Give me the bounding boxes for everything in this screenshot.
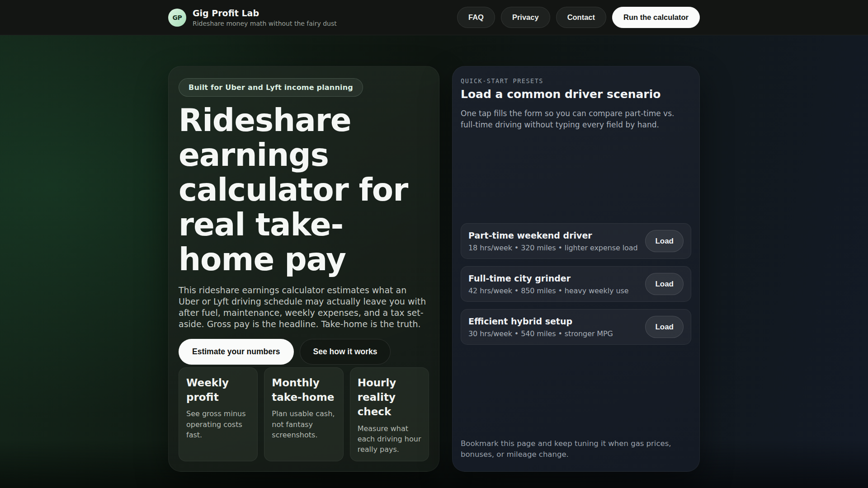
presets-card: QUICK-START PRESETS Load a common driver… [452, 66, 700, 472]
feature-monthly-take-home: Monthly take-home Plan usable cash, not … [264, 367, 343, 461]
preset-meta: 30 hrs/week • 540 miles • stronger MPG [468, 329, 613, 338]
preset-text: Part-time weekend driver 18 hrs/week • 3… [468, 230, 637, 252]
brand-tagline: Rideshare money math without the fairy d… [193, 20, 337, 27]
estimate-numbers-button[interactable]: Estimate your numbers [179, 339, 294, 365]
load-preset-button[interactable]: Load [645, 230, 684, 252]
feature-title: Monthly take-home [272, 375, 335, 404]
preset-meta: 42 hrs/week • 850 miles • heavy weekly u… [468, 286, 628, 295]
presets-description: One tap fills the form so you can compar… [461, 108, 678, 130]
load-preset-button[interactable]: Load [645, 273, 684, 295]
brand-name: Gig Profit Lab [193, 8, 337, 18]
feature-title: Weekly profit [186, 375, 250, 404]
preset-efficient-hybrid: Efficient hybrid setup 30 hrs/week • 540… [461, 309, 691, 345]
nav-contact-button[interactable]: Contact [556, 7, 606, 28]
feature-description: See gross minus operating costs fast. [186, 408, 250, 440]
preset-text: Efficient hybrid setup 30 hrs/week • 540… [468, 316, 613, 338]
feature-weekly-profit: Weekly profit See gross minus operating … [179, 367, 258, 461]
brand-text: Gig Profit Lab Rideshare money math with… [193, 8, 337, 27]
preset-title: Part-time weekend driver [468, 230, 637, 240]
nav-faq-button[interactable]: FAQ [457, 7, 495, 28]
main-content: Built for Uber and Lyft income planning … [0, 35, 868, 472]
preset-list: Part-time weekend driver 18 hrs/week • 3… [461, 223, 691, 345]
brand-avatar: GP [168, 9, 186, 27]
main-nav: FAQ Privacy Contact Run the calculator [457, 7, 700, 28]
preset-meta: 18 hrs/week • 320 miles • lighter expens… [468, 244, 637, 252]
preset-text: Full-time city grinder 42 hrs/week • 850… [468, 273, 628, 295]
feature-description: Plan usable cash, not fantasy screenshot… [272, 408, 335, 440]
run-calculator-button[interactable]: Run the calculator [612, 7, 700, 28]
preset-title: Efficient hybrid setup [468, 316, 613, 326]
feature-cards: Weekly profit See gross minus operating … [179, 367, 429, 461]
load-preset-button[interactable]: Load [645, 316, 684, 338]
brand: GP Gig Profit Lab Rideshare money math w… [168, 8, 337, 27]
feature-hourly-reality-check: Hourly reality check Measure what each d… [350, 367, 429, 461]
preset-part-time-weekend: Part-time weekend driver 18 hrs/week • 3… [461, 223, 691, 259]
see-how-it-works-button[interactable]: See how it works [300, 339, 391, 365]
presets-eyebrow: QUICK-START PRESETS [461, 77, 691, 84]
hero-description: This rideshare earnings calculator estim… [179, 285, 429, 330]
page-title: Rideshare earnings calculator for real t… [179, 103, 429, 277]
preset-title: Full-time city grinder [468, 273, 628, 283]
presets-title: Load a common driver scenario [461, 88, 691, 101]
hero-badge: Built for Uber and Lyft income planning [179, 78, 363, 97]
feature-description: Measure what each driving hour really pa… [358, 423, 421, 455]
preset-full-time-city: Full-time city grinder 42 hrs/week • 850… [461, 266, 691, 302]
top-header: GP Gig Profit Lab Rideshare money math w… [0, 0, 868, 35]
feature-title: Hourly reality check [358, 375, 421, 419]
nav-privacy-button[interactable]: Privacy [501, 7, 550, 28]
hero-card: Built for Uber and Lyft income planning … [168, 66, 439, 472]
hero-actions: Estimate your numbers See how it works [179, 339, 429, 365]
presets-note: Bookmark this page and keep tuning it wh… [461, 438, 691, 461]
brand-initials: GP [173, 14, 182, 21]
